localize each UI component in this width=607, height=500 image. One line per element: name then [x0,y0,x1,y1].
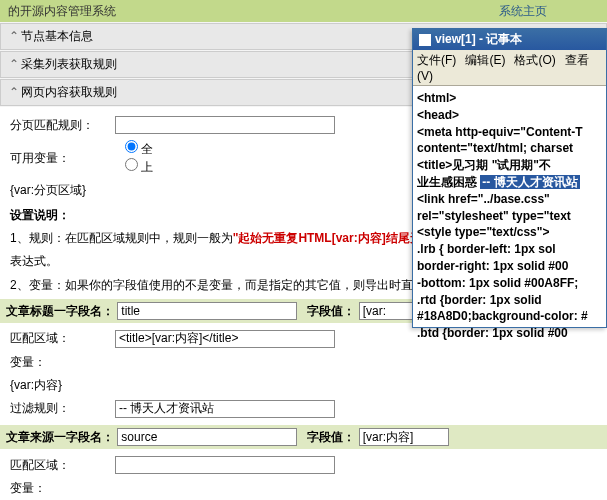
menu-file[interactable]: 文件(F) [417,53,456,67]
match-area2-input[interactable] [115,456,335,474]
app-title: 的开源内容管理系统 [8,4,116,18]
match-area-input[interactable] [115,330,335,348]
fval-source-input[interactable] [359,428,449,446]
chevron-icon: ⌃ [9,29,21,43]
avail-var-label: 可用变量： [10,150,115,167]
match-area-label: 匹配区域： [10,330,115,347]
notepad-title: view[1] - 记事本 [435,31,522,48]
notepad-menu: 文件(F) 编辑(E) 格式(O) 查看(V) [413,50,606,86]
highlighted-text: -- 博天人才资讯站 [480,175,579,189]
notepad-window[interactable]: view[1] - 记事本 文件(F) 编辑(E) 格式(O) 查看(V) <h… [412,28,607,328]
page-match-input[interactable] [115,116,335,134]
var-page-area: {var:分页区域} [10,182,115,199]
section-source: 文章来源一字段名： 字段值： [0,425,607,450]
filter-input[interactable] [115,400,335,418]
var-label2: 变量： [10,480,115,497]
chevron-icon: ⌃ [9,57,21,71]
fname-title-input[interactable] [117,302,297,320]
notepad-icon [419,34,431,46]
radio-up[interactable]: 上 [125,160,153,174]
menu-format[interactable]: 格式(O) [514,53,555,67]
notepad-body[interactable]: <html> <head> <meta http-equiv="Content-… [413,86,606,346]
var-content: {var:内容} [10,377,115,394]
match-area2-label: 匹配区域： [10,457,115,474]
chevron-icon: ⌃ [9,85,21,99]
page-match-label: 分页匹配规则： [10,117,115,134]
radio-all[interactable]: 全 [125,142,153,156]
filter-label: 过滤规则： [10,400,115,417]
fname-source-input[interactable] [117,428,297,446]
top-link[interactable]: 系统主页 [499,3,547,20]
var-label: 变量： [10,354,115,371]
notepad-titlebar[interactable]: view[1] - 记事本 [413,29,606,50]
menu-edit[interactable]: 编辑(E) [465,53,505,67]
